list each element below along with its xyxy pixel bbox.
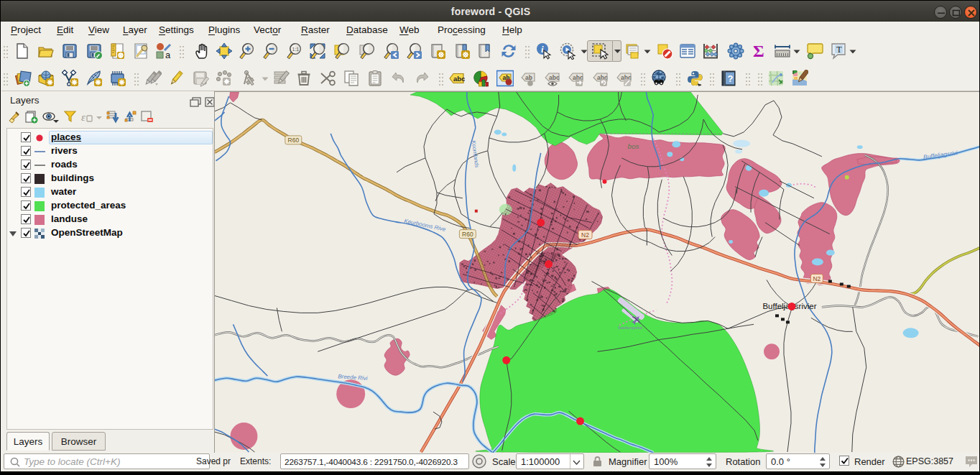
svg-text:?: ? — [728, 73, 734, 84]
svg-text:R60: R60 — [288, 137, 300, 144]
svg-text:1:1: 1:1 — [292, 47, 300, 52]
svg-text:ab: ab — [525, 74, 532, 81]
svg-text:ε: ε — [81, 111, 85, 123]
svg-text:R60: R60 — [462, 231, 473, 238]
svg-text:N2: N2 — [813, 275, 820, 282]
svg-text:i: i — [541, 44, 544, 55]
svg-text:T: T — [836, 45, 842, 55]
svg-text:abc: abc — [549, 74, 560, 81]
svg-text:bos: bos — [627, 142, 639, 150]
svg-text:N2: N2 — [581, 231, 589, 239]
svg-text:Swellengrebel: Swellengrebel — [618, 326, 642, 330]
svg-text:abc: abc — [453, 75, 465, 83]
svg-text:Σ: Σ — [753, 42, 764, 60]
svg-text:a: a — [165, 50, 171, 60]
